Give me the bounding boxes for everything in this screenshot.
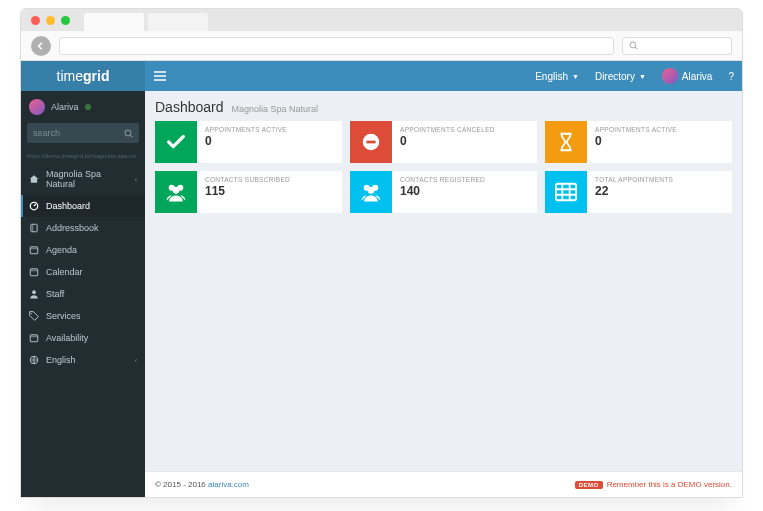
stat-label: TOTAL APPOINTMENTS bbox=[595, 176, 724, 183]
browser-toolbar bbox=[21, 31, 742, 61]
footer: © 2015 - 2016 alariva.com DEMO Remember … bbox=[145, 471, 742, 497]
stat-card[interactable]: CONTACTS SUBSCRIBED115 bbox=[155, 171, 342, 213]
app-body: Alariva search https://demo.timegrid.io/… bbox=[21, 91, 742, 497]
maximize-dot[interactable] bbox=[61, 16, 70, 25]
sidebar-user-name: Alariva bbox=[51, 102, 79, 112]
stat-value: 0 bbox=[205, 134, 334, 148]
content-header: Dashboard Magnolia Spa Natural bbox=[145, 91, 742, 121]
stat-value: 140 bbox=[400, 184, 529, 198]
sidebar-item-dashboard[interactable]: Dashboard bbox=[21, 195, 145, 217]
demo-badge: DEMO bbox=[575, 481, 603, 489]
avatar bbox=[29, 99, 45, 115]
stat-card[interactable]: CONTACTS REGISTERED140 bbox=[350, 171, 537, 213]
svg-rect-4 bbox=[30, 247, 38, 254]
browser-tab[interactable] bbox=[84, 13, 144, 31]
stat-label: CONTACTS SUBSCRIBED bbox=[205, 176, 334, 183]
browser-tab[interactable] bbox=[148, 13, 208, 31]
sidebar-item-label: Magnolia Spa Natural bbox=[46, 169, 128, 189]
tag-icon bbox=[29, 311, 39, 321]
sidebar-item-agenda[interactable]: Agenda bbox=[21, 239, 145, 261]
logo[interactable]: timegrid bbox=[21, 61, 145, 91]
users-icon bbox=[350, 171, 392, 213]
sidebar: Alariva search https://demo.timegrid.io/… bbox=[21, 91, 145, 497]
users-icon bbox=[155, 171, 197, 213]
stat-value: 22 bbox=[595, 184, 724, 198]
search-input[interactable]: search bbox=[27, 123, 139, 143]
footer-link[interactable]: alariva.com bbox=[208, 480, 249, 489]
stat-label: CONTACTS REGISTERED bbox=[400, 176, 529, 183]
search-icon bbox=[629, 41, 638, 50]
stat-value: 0 bbox=[400, 134, 529, 148]
cal-icon bbox=[29, 245, 39, 255]
stat-card[interactable]: APPOINTMENTS ACTIVE0 bbox=[155, 121, 342, 163]
svg-point-7 bbox=[31, 313, 32, 314]
content: Dashboard Magnolia Spa Natural APPOINTME… bbox=[145, 91, 742, 497]
sidebar-item-label: Agenda bbox=[46, 245, 77, 255]
svg-rect-3 bbox=[31, 224, 37, 232]
user-icon bbox=[29, 289, 39, 299]
grid-icon bbox=[545, 171, 587, 213]
avatar bbox=[662, 68, 678, 84]
user-menu[interactable]: Alariva bbox=[654, 61, 721, 91]
search-placeholder: search bbox=[33, 128, 60, 138]
globe-icon bbox=[29, 355, 39, 365]
sidebar-item-label: Addressbook bbox=[46, 223, 99, 233]
sidebar-item-english[interactable]: English‹ bbox=[21, 349, 145, 371]
page-subtitle: Magnolia Spa Natural bbox=[232, 104, 319, 114]
svg-point-0 bbox=[630, 42, 636, 48]
chevron-left-icon: ‹ bbox=[135, 357, 137, 364]
dash-icon bbox=[29, 201, 39, 211]
sidebar-item-label: Dashboard bbox=[46, 201, 90, 211]
sidebar-item-label: Calendar bbox=[46, 267, 83, 277]
stat-label: APPOINTMENTS ACTIVE bbox=[595, 126, 724, 133]
sidebar-item-services[interactable]: Services bbox=[21, 305, 145, 327]
svg-point-17 bbox=[368, 187, 375, 194]
check-icon bbox=[155, 121, 197, 163]
online-indicator bbox=[85, 104, 91, 110]
page-title: Dashboard bbox=[155, 99, 224, 115]
sidebar-item-label: Services bbox=[46, 311, 81, 321]
stop-icon bbox=[350, 121, 392, 163]
svg-rect-11 bbox=[366, 141, 375, 144]
sidebar-user[interactable]: Alariva bbox=[21, 91, 145, 123]
sidebar-item-label: Availability bbox=[46, 333, 88, 343]
cal-icon bbox=[29, 267, 39, 277]
chevron-left-icon: ‹ bbox=[135, 176, 137, 183]
language-menu[interactable]: English▼ bbox=[527, 61, 587, 91]
sidebar-item-label: Staff bbox=[46, 289, 64, 299]
chevron-down-icon: ▼ bbox=[572, 73, 579, 80]
demo-notice: DEMO Remember this is a DEMO version. bbox=[575, 480, 732, 489]
svg-rect-18 bbox=[556, 184, 576, 201]
sidebar-item-addressbook[interactable]: Addressbook bbox=[21, 217, 145, 239]
svg-point-1 bbox=[125, 130, 131, 136]
sidebar-item-calendar[interactable]: Calendar bbox=[21, 261, 145, 283]
topbar: timegrid English▼ Directory▼ Alariva ? bbox=[21, 61, 742, 91]
search-icon bbox=[124, 129, 133, 138]
stat-card[interactable]: APPOINTMENTS CANCELED0 bbox=[350, 121, 537, 163]
close-dot[interactable] bbox=[31, 16, 40, 25]
cal-icon bbox=[29, 333, 39, 343]
stat-card[interactable]: TOTAL APPOINTMENTS22 bbox=[545, 171, 732, 213]
stat-value: 0 bbox=[595, 134, 724, 148]
stat-card[interactable]: APPOINTMENTS ACTIVE0 bbox=[545, 121, 732, 163]
sidebar-item-label: English bbox=[46, 355, 76, 365]
stat-label: APPOINTMENTS CANCELED bbox=[400, 126, 529, 133]
chevron-down-icon: ▼ bbox=[639, 73, 646, 80]
browser-tabstrip bbox=[21, 9, 742, 31]
sidebar-item-staff[interactable]: Staff bbox=[21, 283, 145, 305]
svg-point-14 bbox=[173, 187, 180, 194]
address-bar[interactable] bbox=[59, 37, 614, 55]
svg-rect-5 bbox=[30, 269, 38, 276]
help-button[interactable]: ? bbox=[720, 61, 742, 91]
hamburger-icon[interactable] bbox=[145, 71, 175, 81]
sidebar-item-magnolia-spa-natural[interactable]: Magnolia Spa Natural‹ bbox=[21, 163, 145, 195]
svg-rect-8 bbox=[30, 335, 38, 342]
svg-point-6 bbox=[32, 290, 36, 294]
stat-cards: APPOINTMENTS ACTIVE0APPOINTMENTS CANCELE… bbox=[145, 121, 742, 213]
browser-search[interactable] bbox=[622, 37, 732, 55]
sidebar-item-availability[interactable]: Availability bbox=[21, 327, 145, 349]
directory-menu[interactable]: Directory▼ bbox=[587, 61, 654, 91]
home-icon bbox=[29, 174, 39, 184]
back-button[interactable] bbox=[31, 36, 51, 56]
minimize-dot[interactable] bbox=[46, 16, 55, 25]
